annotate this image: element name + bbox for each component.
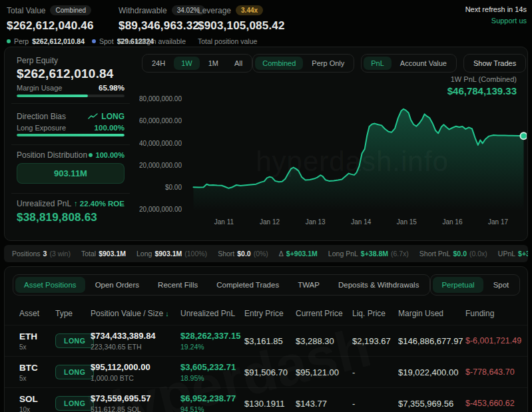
column-header-current-price[interactable]: Current Price xyxy=(296,309,352,318)
positions-table: Hyperdash AssetTypePosition Value / Size… xyxy=(5,302,527,412)
market-tab-perpetual[interactable]: Perpetual xyxy=(433,277,483,293)
summary-item: Long PnL$+38.8M(6.7x) xyxy=(328,250,409,258)
distribution-value-box[interactable]: 903.11M xyxy=(17,163,125,184)
summary-item: UPnL$+38.8M(100% win) xyxy=(498,250,528,258)
y-axis-tick: $20,000,000.00 xyxy=(139,162,182,169)
column-header-entry-price[interactable]: Entry Price xyxy=(244,309,296,318)
leverage-stat: Leverage 3.44x $903,105,085.42 Total pos… xyxy=(198,5,285,45)
total-value-label: Total Value xyxy=(7,6,45,15)
long-badge: LONG xyxy=(55,396,94,411)
pnl-area xyxy=(194,109,524,211)
tab-twap[interactable]: TWAP xyxy=(289,277,328,293)
long-exposure-label: Long Exposure xyxy=(17,124,66,132)
y-axis-tick: $40,000,000.00 xyxy=(139,140,182,147)
leverage-label: Leverage xyxy=(198,6,231,15)
show-trades-button[interactable]: Show Trades xyxy=(463,54,526,73)
positions-tab-group: Asset PositionsOpen OrdersRecent FillsCo… xyxy=(13,274,430,296)
column-header-asset[interactable]: Asset xyxy=(19,309,55,318)
x-axis-tick: Jan 14 xyxy=(351,218,371,226)
withdrawable-sub: Free margin available xyxy=(119,37,205,45)
range-tab-1m[interactable]: 1M xyxy=(201,57,226,70)
position-distribution-label: Position Distribution xyxy=(17,150,87,160)
table-header-row: AssetTypePosition Value / Size ↓Unrealiz… xyxy=(5,302,527,325)
y-axis-tick: $60,000,000.00 xyxy=(139,117,182,124)
summary-item: Short PnL$0.0(0.0x) xyxy=(419,250,487,258)
tab-deposits-withdrawals[interactable]: Deposits & Withdrawals xyxy=(330,277,427,293)
withdrawable-stat: Withdrawable 34.02% $89,346,963.32 Free … xyxy=(119,5,205,45)
summary-item: Long$903.1M(100%) xyxy=(136,250,207,258)
mode-tab-combined[interactable]: Combined xyxy=(255,57,303,70)
spot-dot-icon xyxy=(92,39,96,43)
table-row-btc[interactable]: BTC5xLONG$95,112,000.001,000.00 BTC$3,60… xyxy=(5,356,527,387)
tab-asset-positions[interactable]: Asset Positions xyxy=(15,277,85,293)
leverage-badge: 3.44x xyxy=(236,5,263,15)
spot-label: Spot xyxy=(99,37,114,45)
range-tab-all[interactable]: All xyxy=(227,57,250,70)
margin-usage-label: Margin Usage xyxy=(17,84,62,92)
range-tab-1w[interactable]: 1W xyxy=(174,57,200,70)
trend-up-icon xyxy=(88,113,98,120)
divider xyxy=(11,193,130,194)
summary-item: Positions3(3 win) xyxy=(12,250,71,258)
x-axis-tick: Jan 16 xyxy=(442,218,462,226)
metric-tab-account-value[interactable]: Account Value xyxy=(393,57,454,70)
margin-usage-bar xyxy=(17,95,125,97)
range-tab-group: 24H1W1MAll xyxy=(142,54,252,73)
support-us-link[interactable]: Support us xyxy=(465,15,527,27)
divider xyxy=(11,144,130,145)
table-row-sol[interactable]: SOL10xLONG$73,559,695.57511,612.85 SOL$6… xyxy=(5,387,527,412)
column-header-liq-price[interactable]: Liq. Price xyxy=(352,309,398,318)
distribution-value: 903.11M xyxy=(54,168,87,178)
market-tab-spot[interactable]: Spot xyxy=(485,277,518,293)
summary-item: Δ$+903.1M xyxy=(279,250,318,258)
margin-usage-pct: 65.98% xyxy=(99,84,125,92)
positions-panel: Asset PositionsOpen OrdersRecent FillsCo… xyxy=(4,266,528,412)
mode-tab-perp-only[interactable]: Perp Only xyxy=(304,57,352,70)
x-axis-tick: Jan 11 xyxy=(214,218,234,226)
y-axis-tick: $80,000,000.00 xyxy=(139,95,182,103)
long-exposure-bar xyxy=(17,134,125,136)
positions-summary-bar: Positions3(3 win)Total$903.1MLong$903.1M… xyxy=(4,245,528,262)
refresh-countdown: Next refresh in 14s xyxy=(465,4,527,15)
perp-equity-label: Perp Equity xyxy=(17,56,125,65)
long-badge: LONG xyxy=(55,333,94,348)
distribution-dot-icon xyxy=(89,153,93,157)
perp-label: Perp xyxy=(14,37,29,45)
column-header-margin-used[interactable]: Margin Used xyxy=(398,309,465,318)
direction-bias-label: Direction Bias xyxy=(17,112,66,121)
direction-bias-value: LONG xyxy=(101,112,125,121)
roe-value: ↑ 22.40% ROE xyxy=(74,200,125,208)
tab-open-orders[interactable]: Open Orders xyxy=(87,277,148,293)
column-header-position-value-size[interactable]: Position Value / Size ↓ xyxy=(91,309,180,318)
column-header-unrealized-pnl[interactable]: Unrealized PnL xyxy=(180,309,244,318)
pnl-chart-svg: $80,000,000.00$60,000,000.00$40,000,000.… xyxy=(139,93,527,243)
summary-item: Short$0.0(0%) xyxy=(218,250,268,258)
table-row-eth[interactable]: ETH5xLONG$734,433,389.84223,340.65 ETH$2… xyxy=(5,325,527,356)
metric-tab-group: PnLAccount Value xyxy=(361,54,457,73)
combined-badge: Combined xyxy=(50,5,91,15)
range-tab-24h[interactable]: 24H xyxy=(144,57,172,70)
summary-item: Total$903.1M xyxy=(81,250,126,258)
y-axis-tick: $0.00 xyxy=(165,184,182,191)
chart-panel: Perp Equity $262,612,010.84 Margin Usage… xyxy=(4,47,528,241)
dashboard-screen: Total Value Combined $262,612,040.46 Per… xyxy=(0,0,532,412)
pnl-chart[interactable]: hyperdash.info $80,000,000.00$60,000,000… xyxy=(139,93,527,243)
perp-dot-icon xyxy=(7,39,11,43)
divider xyxy=(11,103,130,104)
market-tab-group: PerpetualSpot xyxy=(430,274,520,296)
last-point-marker xyxy=(520,132,527,139)
metric-tab-pnl[interactable]: PnL xyxy=(364,57,392,70)
chart-title: 1W PnL (Combined) xyxy=(447,75,517,83)
column-header-type[interactable]: Type xyxy=(55,309,91,318)
unrealized-pnl-label: Unrealized PnL xyxy=(17,199,71,208)
withdrawable-value: $89,346,963.32 xyxy=(119,19,205,33)
perp-equity-value: $262,612,010.84 xyxy=(17,67,125,81)
x-axis-tick: Jan 17 xyxy=(488,218,508,226)
tab-completed-trades[interactable]: Completed Trades xyxy=(208,277,288,293)
tab-recent-fills[interactable]: Recent Fills xyxy=(149,277,206,293)
leverage-sub: Total position value xyxy=(198,37,285,45)
column-header-funding[interactable]: Funding xyxy=(465,309,521,318)
withdrawable-label: Withdrawable xyxy=(119,6,167,15)
x-axis-tick: Jan 13 xyxy=(306,218,326,226)
long-badge: LONG xyxy=(55,365,94,379)
